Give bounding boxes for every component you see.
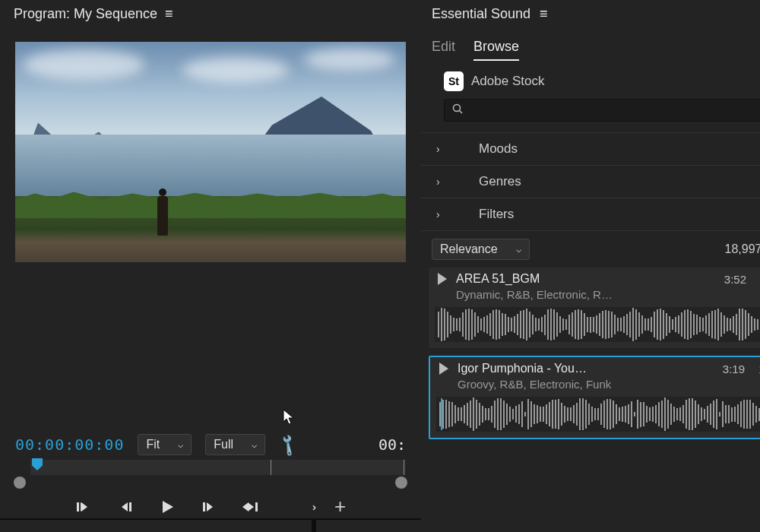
play-button[interactable] [157,497,177,517]
svg-line-13 [460,111,463,114]
svg-marker-7 [207,502,213,511]
results-count: 18,997 results [724,242,760,256]
svg-rect-4 [129,502,131,511]
chevron-right-icon: › [436,208,458,220]
chevron-right-icon: › [436,143,458,155]
mark-in-button[interactable] [75,497,95,517]
waveform[interactable] [436,397,760,432]
tab-browse[interactable]: Browse [473,39,519,61]
zoom-handle-right[interactable] [395,477,407,489]
current-timecode[interactable]: 00:00:00:00 [15,435,124,454]
track-tags: Dynamic, R&B, Electronic, R… [456,288,613,301]
svg-marker-2 [81,502,87,511]
tab-edit[interactable]: Edit [432,39,455,61]
track-tags: Groovy, R&B, Electronic, Funk [458,378,611,391]
zoom-label: Fit [146,438,160,451]
svg-rect-10 [255,502,258,511]
svg-rect-0 [77,502,79,511]
waveform[interactable] [435,307,760,342]
track-duration: 3:52 [724,273,746,286]
chevron-down-icon: ⌵ [252,439,257,450]
sort-dropdown[interactable]: Relevance ⌵ [432,239,530,260]
program-header: Program: My Sequence ≡ [0,0,421,27]
track-list: AREA 51_BGM 3:52 144 BPM Dynamic, R&B, E… [421,264,760,439]
play-icon[interactable] [438,273,447,285]
sort-label: Relevance [440,242,498,256]
step-back-button[interactable] [116,497,136,517]
chevron-right-icon: › [436,176,458,188]
settings-icon[interactable]: 🔧 [275,432,301,458]
add-button-icon[interactable]: + [334,495,346,518]
more-controls-icon[interactable]: ›› [312,501,313,513]
duration-timecode: 00: [378,435,406,454]
svg-marker-8 [242,502,249,511]
zoom-handle-left[interactable] [14,477,26,489]
step-forward-button[interactable] [198,497,218,517]
svg-point-12 [454,105,461,112]
panel-menu-icon[interactable]: ≡ [540,6,548,22]
chevron-down-icon: ⌵ [516,244,521,255]
tabs: Edit Browse [421,27,760,61]
panel-menu-icon[interactable]: ≡ [165,6,173,22]
search-input[interactable] [444,99,760,122]
svg-marker-9 [248,502,254,511]
track-item[interactable]: AREA 51_BGM 3:52 144 BPM Dynamic, R&B, E… [429,268,760,348]
accordion-moods[interactable]: › Moods ↺ [421,133,760,166]
timeline-ruler[interactable] [15,460,406,490]
program-monitor-panel: Program: My Sequence ≡ 00:00:00:00 Fit ⌵… [0,0,421,532]
track-bpm: 144 BPM [752,273,760,286]
track-item[interactable]: Igor Pumphonia - Your… 3:19 100 BPM Groo… [429,356,760,439]
program-controls: 00:00:00:00 Fit ⌵ Full ⌵ 🔧 00: [0,434,421,532]
program-title: Program: My Sequence [14,6,157,22]
bottom-panel-tabs [0,518,421,532]
essential-sound-title: Essential Sound [432,6,530,22]
video-preview[interactable] [15,42,406,262]
mark-out-button[interactable] [239,497,259,517]
playhead[interactable] [32,458,43,470]
filter-accordions: › Moods ↺ › Genres ↺ › Filters ↺ [421,132,760,231]
track-title: AREA 51_BGM [456,272,540,286]
search-field[interactable] [469,104,760,117]
play-icon[interactable] [439,363,448,375]
track-bpm: 100 BPM [751,363,760,375]
search-icon [452,103,463,117]
essential-sound-panel: Essential Sound ≡ Edit Browse St Adobe S… [421,0,760,532]
adobe-stock-icon: St [444,71,464,91]
resolution-label: Full [214,438,233,451]
accordion-genres[interactable]: › Genres ↺ [421,166,760,198]
zoom-dropdown[interactable]: Fit ⌵ [138,434,192,455]
accordion-filters[interactable]: › Filters ↺ [421,198,760,231]
chevron-down-icon: ⌵ [178,439,183,450]
svg-marker-5 [163,501,173,513]
adobe-stock-label: Adobe Stock [471,74,544,89]
svg-rect-6 [203,502,205,511]
track-duration: 3:19 [723,363,745,375]
resolution-dropdown[interactable]: Full ⌵ [205,434,265,455]
track-title: Igor Pumphonia - Your… [458,362,587,375]
svg-marker-3 [122,502,128,511]
